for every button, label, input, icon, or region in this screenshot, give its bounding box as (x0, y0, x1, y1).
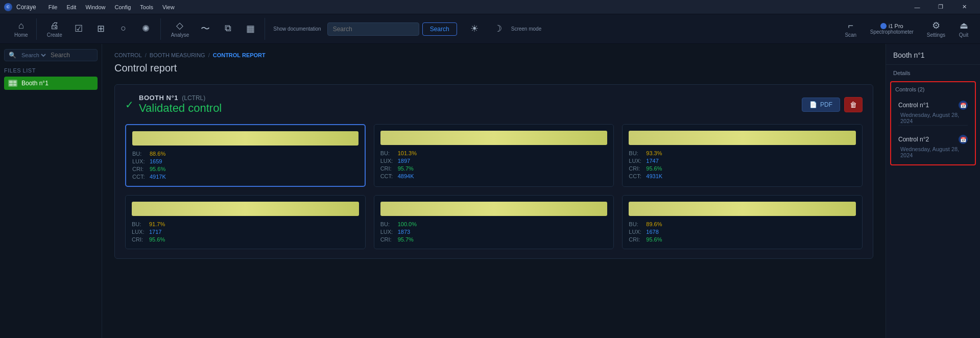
menu-tools[interactable]: Tools (136, 3, 157, 11)
sidebar-search-row[interactable]: 🔍 Search (4, 49, 98, 61)
menu-edit[interactable]: Edit (62, 3, 80, 11)
screen-mode-sun-button[interactable]: ☀ (464, 21, 485, 37)
stat-value: 100.0% (398, 221, 417, 227)
stat-label: BU: (132, 151, 147, 157)
measurement-stats-3: BU: 91.7% LUX: 1717 CRI: 95.6% (132, 221, 359, 243)
booth-icon (8, 80, 17, 87)
toolbar-search-input[interactable] (327, 22, 419, 36)
layers-icon: ⧉ (225, 23, 231, 34)
stat-value: 95.7% (398, 165, 414, 172)
stat-label: LUX: (380, 158, 395, 164)
control-entry-0[interactable]: Control n°1 📅 Wednesday, August 28, 2024 (893, 96, 973, 131)
measurement-card-2[interactable]: BU: 93.3% LUX: 1747 CRI: 95.6% CCT: 4931… (622, 124, 863, 187)
stat-row: CRI: 95.6% (629, 165, 856, 172)
measurement-card-3[interactable]: BU: 91.7% LUX: 1717 CRI: 95.6% (125, 195, 366, 249)
wave-button[interactable]: 〜 (195, 20, 216, 38)
stat-value: 4917K (150, 174, 166, 180)
measurement-card-5[interactable]: BU: 89.6% LUX: 1678 CRI: 95.6% (622, 195, 863, 249)
color-bar-2 (629, 131, 856, 145)
stat-label: BU: (380, 221, 395, 227)
menu-window[interactable]: Window (81, 3, 109, 11)
measurement-card-4[interactable]: BU: 100.0% LUX: 1873 CRI: 95.7% (374, 195, 614, 249)
color-bar-4 (380, 202, 608, 216)
search-type-select[interactable]: Search (19, 52, 47, 59)
close-button[interactable]: ✕ (952, 0, 976, 14)
checklist-button[interactable]: ☑ (68, 21, 89, 37)
screen-mode-moon-button[interactable]: ☽ (488, 21, 508, 37)
breadcrumb: CONTROL / BOOTH MEASURING / CONTROL REPO… (114, 52, 873, 58)
validated-text: Validated control (139, 102, 222, 114)
restore-button[interactable]: ❐ (929, 0, 952, 14)
stat-label: CRI: (629, 165, 643, 172)
color-bar-3 (132, 202, 359, 216)
measurement-card-1[interactable]: BU: 101.3% LUX: 1897 CRI: 95.7% CCT: 489… (374, 124, 614, 187)
pdf-button[interactable]: 📄 PDF (802, 98, 840, 112)
booth-sub: (LCTRL) (182, 94, 205, 102)
sidebar-item-booth1[interactable]: Booth n°1 (4, 77, 98, 90)
measurement-card-0[interactable]: BU: 88.6% LUX: 1659 CRI: 95.6% CCT: 4917… (125, 124, 366, 187)
stat-value: 95.6% (646, 165, 662, 172)
sun-icon: ✺ (142, 23, 150, 34)
print-button[interactable]: 🖨 Create (43, 18, 66, 40)
sun-button[interactable]: ✺ (136, 21, 156, 37)
menu-file[interactable]: File (44, 3, 62, 11)
toolbar: ⌂ Home 🖨 Create ☑ ⊞ ○ ✺ ◇ Analyse (0, 14, 980, 44)
stat-value: 95.7% (398, 236, 414, 243)
stat-row: BU: 89.6% (629, 221, 856, 227)
image-icon: ▦ (246, 23, 255, 34)
stat-value: 88.6% (150, 151, 165, 157)
stat-row: BU: 93.3% (629, 150, 856, 156)
wave-icon: 〜 (201, 22, 210, 35)
stat-row: CRI: 95.7% (380, 236, 608, 243)
stat-label: CCT: (132, 174, 147, 180)
stat-row: LUX: 1897 (380, 158, 608, 164)
content-area: CONTROL / BOOTH MEASURING / CONTROL REPO… (102, 44, 886, 338)
files-list-label: FILES LIST (4, 67, 98, 74)
diamond-icon: ◇ (176, 20, 183, 31)
stat-value: 1717 (149, 229, 161, 235)
controls-list: Control n°1 📅 Wednesday, August 28, 2024… (893, 96, 973, 162)
grid-button[interactable]: ⊞ (91, 21, 111, 37)
circle-icon: ○ (121, 23, 126, 34)
stat-row: CCT: 4917K (132, 174, 358, 180)
toolbar-create-group: 🖨 Create ☑ ⊞ ○ ✺ (39, 18, 161, 40)
window-controls: — ❐ ✕ (905, 0, 976, 14)
validated-checkmark: ✓ (125, 99, 134, 111)
breadcrumb-control[interactable]: CONTROL (114, 52, 142, 58)
stat-label: CCT: (380, 173, 395, 179)
control-entry-header: Control n°2 📅 (898, 135, 968, 144)
minimize-button[interactable]: — (905, 0, 929, 14)
stat-row: BU: 100.0% (380, 221, 608, 227)
stat-label: CCT: (629, 173, 643, 179)
stat-label: CRI: (132, 166, 147, 172)
toolbar-analyse-group: ◇ Analyse 〜 ⧉ ▦ (163, 18, 266, 40)
scan-icon: ⌐ (848, 20, 854, 31)
color-bar-0 (132, 131, 358, 146)
control-entry-1[interactable]: Control n°2 📅 Wednesday, August 28, 2024 (893, 131, 973, 162)
spectrophotometer-widget[interactable]: i1 Pro Spectrophotometer (865, 21, 919, 37)
scan-button[interactable]: ⌐ Scan (841, 18, 861, 40)
control-entry-icon: 📅 (959, 101, 968, 110)
menu-config[interactable]: Config (111, 3, 135, 11)
home-button[interactable]: ⌂ Home (10, 18, 32, 40)
search-group: Show documentation Search ☀ ☽ Screen mod… (267, 21, 839, 37)
quit-button[interactable]: ⏏ Quit (953, 18, 974, 40)
stat-row: LUX: 1747 (629, 158, 856, 164)
circle-button[interactable]: ○ (113, 21, 134, 37)
stat-label: BU: (132, 221, 146, 227)
menu-view[interactable]: View (158, 3, 179, 11)
title-bar-left: C Coraye File Edit Window Config Tools V… (4, 3, 179, 11)
stat-row: CCT: 4894K (380, 173, 608, 179)
settings-button[interactable]: ⚙ Settings (923, 18, 949, 40)
stat-value: 91.7% (149, 221, 165, 227)
toolbar-search-button[interactable]: Search (422, 22, 457, 36)
measurement-stats-2: BU: 93.3% LUX: 1747 CRI: 95.6% CCT: 4931… (629, 150, 856, 179)
layers-button[interactable]: ⧉ (218, 21, 238, 37)
breadcrumb-booth-measuring[interactable]: BOOTH MEASURING (150, 52, 205, 58)
breadcrumb-sep1: / (145, 52, 147, 58)
image-button[interactable]: ▦ (240, 21, 260, 37)
analyse-diamond-button[interactable]: ◇ Analyse (167, 18, 194, 40)
delete-button[interactable]: 🗑 (844, 97, 863, 112)
breadcrumb-active: CONTROL REPORT (213, 52, 266, 58)
show-doc-label: Show documentation (273, 26, 321, 32)
